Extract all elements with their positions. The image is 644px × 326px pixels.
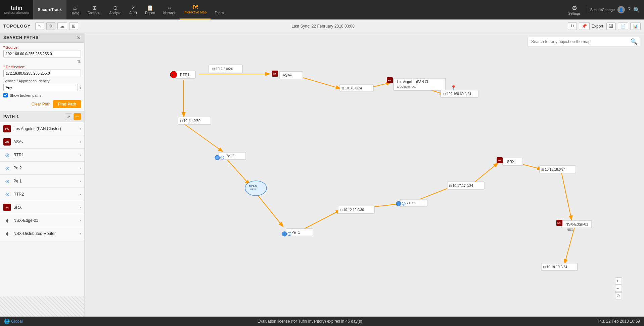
topology-bar: TOPOLOGY ↖ ✥ ☁ ⊞ Last Sync: 22 February … <box>0 19 644 33</box>
clear-path-button[interactable]: Clear Path <box>32 100 51 108</box>
topology-btn-move[interactable]: ✥ <box>46 22 55 30</box>
nav-settings[interactable]: ⚙ Settings <box>563 0 586 19</box>
info-icon[interactable]: ℹ <box>79 85 81 90</box>
list-item[interactable]: ⊛ Pe 1 › <box>0 175 84 188</box>
path-header: PATH 1 ⇗ ✏ <box>0 111 84 122</box>
path-item-name: NSX-Distributed-Router <box>13 231 80 236</box>
svg-text:⊟ 10.18.18.0/24: ⊟ 10.18.18.0/24 <box>541 168 565 171</box>
nav-report[interactable]: 📋 Report <box>141 0 159 19</box>
path-item-chevron: › <box>80 126 81 131</box>
map-area[interactable]: 🔍 <box>85 33 644 317</box>
top-right-area: SecureChange 👤 ? 🔍 <box>586 6 644 13</box>
list-item[interactable]: ⧫ NSX-Distributed-Router › <box>0 227 84 240</box>
device-icon-asav: AS <box>3 138 11 146</box>
nav-zones[interactable]: · Zones <box>211 0 228 19</box>
svg-text:LA Cluster DG: LA Cluster DG <box>397 85 416 88</box>
nav-audit[interactable]: ✓ Audit <box>125 0 141 19</box>
global-btn[interactable]: 🌐 Global <box>4 319 23 324</box>
svg-text:NS: NS <box>557 222 561 224</box>
topology-btn-cloud[interactable]: ☁ <box>57 22 67 30</box>
map-search-icon[interactable]: 🔍 <box>630 38 638 45</box>
svg-point-20 <box>170 71 177 78</box>
svg-text:RTR2: RTR2 <box>406 201 415 205</box>
path-item-chevron: › <box>80 179 81 184</box>
device-icon-pe: ⊛ <box>3 164 11 172</box>
topology-btn-grid[interactable]: ⊞ <box>69 22 78 30</box>
swap-icon[interactable]: ⇅ <box>77 59 81 64</box>
svg-text:PA: PA <box>388 79 391 82</box>
bottom-bar: 🌐 Global Evaluation license (for Tufin I… <box>0 317 644 326</box>
nav-compare[interactable]: ⊞ Compare <box>84 0 105 19</box>
swap-row: ⇅ <box>3 59 81 64</box>
global-label: Global <box>11 319 23 324</box>
find-path-button[interactable]: Find Path <box>53 100 81 108</box>
search-paths-title: SEARCH PATHS <box>3 35 39 40</box>
last-sync: Last Sync: 22 February 2018 03:00 <box>291 24 354 29</box>
nav-network[interactable]: ↔ Network <box>159 0 180 19</box>
path-item-chevron: › <box>80 153 81 157</box>
source-label: * Source: <box>3 45 81 49</box>
securechange-link[interactable]: SecureChange <box>590 8 615 12</box>
nav-interactive-map[interactable]: 🗺 Interactive Map <box>180 0 211 19</box>
help-icon[interactable]: ? <box>628 7 631 13</box>
list-item[interactable]: ⊛ RTR1 › <box>0 149 84 162</box>
search-icon[interactable]: 🔍 <box>633 7 640 13</box>
svg-text:+: + <box>616 279 619 283</box>
export-label: Export: <box>592 24 604 29</box>
export-csv-btn[interactable]: 📊 <box>630 23 641 30</box>
list-item[interactable]: SR SRX › <box>0 201 84 214</box>
svg-text:Pe_2: Pe_2 <box>226 154 234 158</box>
path-item-chevron: › <box>80 139 81 144</box>
license-text: Evaluation license (for Tufin Inventory)… <box>258 319 362 324</box>
source-input[interactable] <box>3 50 81 57</box>
path-item-chevron: › <box>80 166 81 170</box>
destination-input[interactable] <box>3 70 81 77</box>
top-nav: tufin OrchestrationSuite SecureTrack ⌂ H… <box>0 0 644 19</box>
svg-point-56 <box>396 201 401 206</box>
list-item[interactable]: ⊛ Pe 2 › <box>0 162 84 175</box>
device-icon-srx: SR <box>3 204 11 211</box>
map-search-input[interactable] <box>530 37 630 46</box>
svg-text:⊟ 192.168.60.0/24: ⊟ 192.168.60.0/24 <box>443 92 471 96</box>
action-buttons: Clear Path Find Path <box>3 100 81 108</box>
svg-text:Pe_1: Pe_1 <box>291 230 300 234</box>
svg-rect-0 <box>85 33 644 317</box>
device-icon-nsx: ⧫ <box>3 230 11 237</box>
svg-text:VPN: VPN <box>250 188 256 191</box>
list-item[interactable]: PA Los Angeles (PAN Cluster) › <box>0 122 84 135</box>
svg-text:⊟ 10.17.17.0/24: ⊟ 10.17.17.0/24 <box>449 184 473 188</box>
svg-text:⊟ 10.12.12.0/30: ⊟ 10.12.12.0/30 <box>340 208 364 212</box>
path-share-btn[interactable]: ⇗ <box>65 113 72 120</box>
export-doc-btn[interactable]: 📄 <box>618 23 628 30</box>
path-title: PATH 1 <box>3 114 19 119</box>
securetrack-tab[interactable]: SecureTrack <box>33 0 66 19</box>
list-item[interactable]: ⊛ RTR2 › <box>0 188 84 201</box>
logo-area: tufin OrchestrationSuite <box>0 0 33 19</box>
device-icon-router: ⊛ <box>3 191 11 198</box>
path-edit-btn[interactable]: ✏ <box>74 113 81 120</box>
globe-icon: 🌐 <box>4 319 10 324</box>
search-paths-close[interactable]: ✕ <box>77 35 81 40</box>
path-item-chevron: › <box>80 218 81 223</box>
path-item-chevron: › <box>80 192 81 197</box>
search-paths-header: SEARCH PATHS ✕ <box>0 33 84 43</box>
datetime-label: Thu, 22 Feb 2018 10:59 <box>597 319 640 324</box>
refresh-btn[interactable]: ↻ <box>568 22 577 30</box>
svg-text:✓: ✓ <box>403 203 405 205</box>
topology-label: TOPOLOGY <box>3 24 31 29</box>
show-broken-checkbox[interactable] <box>3 93 8 97</box>
nav-home[interactable]: ⌂ Home <box>66 0 84 19</box>
path-item-chevron: › <box>80 231 81 236</box>
service-input[interactable] <box>3 84 78 91</box>
path-item-name: SRX <box>13 205 80 210</box>
export-img-btn[interactable]: 🖼 <box>606 23 616 30</box>
user-icon[interactable]: 👤 <box>617 6 625 13</box>
nav-analyze[interactable]: ⊙ Analyze <box>105 0 126 19</box>
list-item[interactable]: AS ASAv › <box>0 135 84 149</box>
sidebar: SEARCH PATHS ✕ * Source: ⇅ * Destination… <box>0 33 85 317</box>
pin-btn[interactable]: 📌 <box>579 22 590 30</box>
list-item[interactable]: ⧫ NSX-Edge-01 › <box>0 214 84 227</box>
device-icon-router: ⊛ <box>3 151 11 159</box>
device-icon-pan: PA <box>3 125 11 132</box>
topology-btn-pointer[interactable]: ↖ <box>35 22 44 30</box>
